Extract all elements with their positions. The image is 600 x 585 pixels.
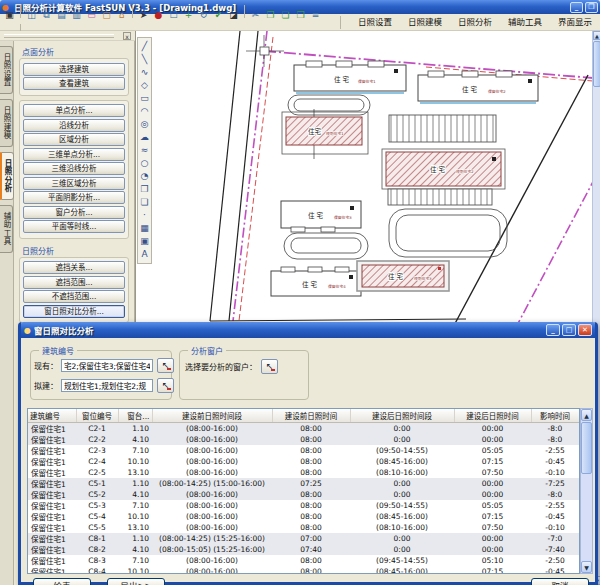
building-existing-4[interactable]: 住 宅 保留住宅4 — [271, 267, 361, 296]
table-row[interactable]: 保留住宅1C8-24.10(08:00-15:05) (15:25-16:00)… — [28, 544, 579, 555]
spline-icon[interactable]: ≈ — [139, 144, 151, 157]
selection-box-icon[interactable]: ☐ — [167, 8, 181, 22]
viewport-single-icon[interactable]: ◫ — [25, 8, 39, 22]
building-planned-2[interactable]: 住 宅 规划住宅2 — [382, 149, 505, 189]
grip-lines[interactable] — [4, 34, 114, 38]
table-row[interactable]: 保留住宅1C8-11.10(08:00-14:25) (15:25-16:00)… — [28, 533, 579, 544]
column-header[interactable]: 影响时间 — [531, 409, 579, 422]
ellipse-arc-icon[interactable]: ◔ — [139, 170, 151, 183]
circle-icon[interactable]: ◎ — [139, 118, 151, 131]
ellipse-icon[interactable]: ○ — [139, 157, 151, 170]
copy-icon[interactable]: ❐ — [264, 8, 278, 22]
3d-region-analysis-button[interactable]: 三维区域分析 — [23, 177, 125, 190]
building-existing-1[interactable]: 住 宅 保留住宅1 — [294, 61, 406, 93]
dialog-maximize-button[interactable]: □ — [562, 324, 576, 336]
table-row[interactable]: 保留住宅1C2-37.10(08:00-16:00)08:00(09:50-14… — [28, 445, 579, 456]
rectangle-outline-icon[interactable]: ▢ — [100, 8, 114, 22]
copy-object-icon[interactable]: ❐ — [139, 183, 151, 196]
table-row[interactable]: 保留住宅1C5-11.10(08:00-14:25) (15:00-16:00)… — [28, 478, 579, 489]
region-analysis-button[interactable]: 区域分析 — [23, 133, 125, 146]
menu-item-4[interactable]: 界面显示 — [550, 14, 600, 30]
building-existing-2[interactable]: 住 宅 保留住宅2 — [418, 71, 538, 103]
viewport-tile-horizontal-icon[interactable]: ▤ — [55, 8, 69, 22]
polygon-icon[interactable]: ◇ — [139, 79, 151, 92]
table-row[interactable]: 保留住宅1C5-513.10(08:00-16:00)08:00(08:10-1… — [28, 522, 579, 533]
draw-table-button[interactable]: 绘表 — [33, 578, 91, 585]
paste-block-icon[interactable]: ❒ — [294, 8, 308, 22]
named-view-icon[interactable]: ▣ — [3, 8, 17, 22]
pick-window-button[interactable]: ↖ — [261, 359, 278, 374]
table-row[interactable]: 保留住宅1C8-37.10(08:00-16:00)08:00(09:45-14… — [28, 555, 579, 566]
table-vertical-scrollbar[interactable]: ▲ ▼ — [580, 408, 593, 574]
table-row[interactable]: 保留住宅1C5-24.10(08:00-16:00)08:000:0000:00… — [28, 489, 579, 500]
revision-cloud-icon[interactable]: ☁ — [139, 131, 151, 144]
hatch-icon[interactable]: ▦ — [139, 222, 151, 235]
non-occlusion-range-button[interactable]: 不遮挡范围... — [23, 290, 125, 303]
table-row[interactable]: 保留住宅1C2-513.10(08:00-16:00)08:00(08:10-1… — [28, 467, 579, 478]
table-header-row[interactable]: 建筑编号窗位编号窗台...建设前日照时间段建设前日照时间建设后日照时间段建设后日… — [28, 409, 579, 422]
column-header[interactable]: 窗位编号 — [76, 409, 118, 422]
dialog-close-button[interactable]: ✕ — [578, 324, 592, 336]
scroll-up-icon[interactable]: ▲ — [581, 409, 592, 421]
dialog-minimize-button[interactable]: _ — [546, 324, 560, 336]
shade-icon[interactable]: ◪ — [227, 8, 241, 22]
building-existing-3[interactable]: 住 宅 保留住宅3 — [281, 201, 361, 232]
rectangle-icon[interactable]: ▭ — [139, 92, 151, 105]
menu-item-2[interactable]: 日照分析 — [450, 14, 500, 30]
menu-item-0[interactable]: 日照设置 — [350, 14, 400, 30]
cut-icon[interactable]: ✂ — [249, 8, 263, 22]
window-sunshine-compare-button[interactable]: 窗日照对比分析... — [23, 305, 125, 318]
side-tab-日照设置[interactable]: 日照设置 — [0, 46, 13, 94]
occlusion-relation-button[interactable]: 遮挡关系... — [23, 261, 125, 274]
column-header[interactable]: 窗台... — [118, 409, 152, 422]
menu-item-3[interactable]: 辅助工具 — [500, 14, 550, 30]
side-tab-日照建模[interactable]: 日照建模 — [0, 99, 13, 147]
polyline-icon[interactable]: ∿ — [139, 66, 151, 79]
restore-button[interactable]: ❐ — [585, 2, 598, 13]
text-icon[interactable]: A — [139, 248, 151, 261]
rotate-icon[interactable]: ↻ — [197, 8, 211, 22]
3d-single-point-analysis-button[interactable]: 三维单点分析... — [23, 148, 125, 161]
point-marker-icon[interactable]: ● — [152, 8, 166, 22]
pick-planned-button[interactable]: ↖ — [157, 378, 174, 393]
point-icon[interactable]: · — [139, 209, 151, 222]
table-row[interactable]: 保留住宅1C5-410.10(08:00-16:00)08:00(08:45-1… — [28, 511, 579, 522]
window-analysis-button[interactable]: 窗户分析... — [23, 206, 125, 219]
export-button[interactable]: 导出>> — [107, 578, 165, 585]
menu-item-1[interactable]: 日照建模 — [400, 14, 450, 30]
plan-shadow-analysis-button[interactable]: 平面阴影分析... — [23, 191, 125, 204]
pick-existing-button[interactable]: ↖ — [157, 358, 174, 373]
column-header[interactable]: 建设前日照时间段 — [152, 409, 272, 422]
view-building-button[interactable]: 查看建筑 — [23, 77, 125, 90]
column-header[interactable]: 建设后日照时间段 — [350, 409, 454, 422]
slab-icon[interactable]: ▭ — [85, 8, 99, 22]
block-icon[interactable]: ❏ — [139, 196, 151, 209]
image-icon[interactable]: ▣ — [139, 235, 151, 248]
column-header[interactable]: 建设后日照时间 — [454, 409, 531, 422]
paste-icon[interactable]: ❏ — [279, 8, 293, 22]
scroll-thumb[interactable] — [593, 41, 600, 87]
select-cursor-icon[interactable]: ➤ — [137, 8, 151, 22]
close-panel-button[interactable]: x — [123, 32, 131, 40]
table-row[interactable]: 保留住宅1C2-24.10(08:00-16:00)08:000:0000:00… — [28, 434, 579, 445]
along-line-analysis-button[interactable]: 沿线分析 — [23, 119, 125, 132]
side-tab-日照分析[interactable]: 日照分析 — [0, 152, 14, 200]
table-row[interactable]: 保留住宅1C2-11.10(08:00-16:00)08:000:0000:00… — [28, 422, 579, 434]
check-icon[interactable]: ✔ — [212, 8, 226, 22]
roof-icon[interactable]: ⌂ — [115, 8, 129, 22]
scroll-down-icon[interactable]: ▼ — [581, 561, 592, 573]
minimize-button[interactable]: _ — [570, 2, 583, 13]
column-header[interactable]: 建设前日照时间 — [272, 409, 350, 422]
select-building-button[interactable]: 选择建筑 — [23, 63, 125, 76]
building-planned-3-selected[interactable]: 住 宅 规划住宅3 — [357, 261, 449, 291]
occlusion-range-button[interactable]: 遮挡范围... — [23, 276, 125, 289]
table-row[interactable]: 保留住宅1C5-37.10(08:00-16:00)08:00(09:50-14… — [28, 500, 579, 511]
viewport-cascade-icon[interactable]: ⧉ — [40, 8, 54, 22]
3d-along-line-analysis-button[interactable]: 三维沿线分析 — [23, 162, 125, 175]
scroll-thumb[interactable] — [581, 422, 592, 474]
viewport-tile-vertical-icon[interactable]: ▥ — [70, 8, 84, 22]
single-point-analysis-button[interactable]: 单点分析... — [23, 104, 125, 117]
building-planned-1[interactable]: 住宅 规划住宅1 — [282, 109, 368, 159]
plan-isochrone-button[interactable]: 平面等时线... — [23, 220, 125, 233]
arc-icon[interactable]: ◠ — [139, 105, 151, 118]
